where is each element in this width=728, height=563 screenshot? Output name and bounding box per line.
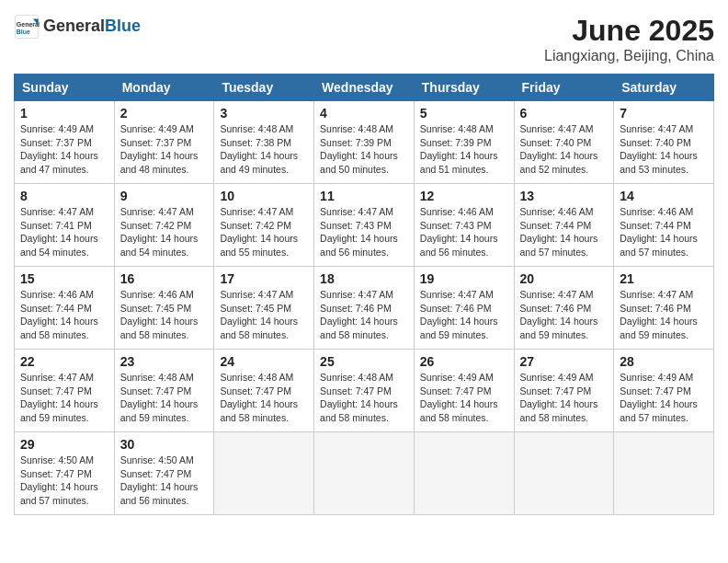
table-row: 26Sunrise: 4:49 AM Sunset: 7:47 PM Dayli… [414,350,514,432]
day-info: Sunrise: 4:47 AM Sunset: 7:45 PM Dayligh… [220,288,308,342]
table-row: 4Sunrise: 4:48 AM Sunset: 7:39 PM Daylig… [314,101,415,184]
day-info: Sunrise: 4:47 AM Sunset: 7:41 PM Dayligh… [20,205,108,259]
table-row: 24Sunrise: 4:48 AM Sunset: 7:47 PM Dayli… [214,350,314,432]
day-info: Sunrise: 4:47 AM Sunset: 7:42 PM Dayligh… [220,205,308,259]
table-row: 22Sunrise: 4:47 AM Sunset: 7:47 PM Dayli… [15,350,115,432]
header-tuesday: Tuesday [214,75,314,101]
table-row: 11Sunrise: 4:47 AM Sunset: 7:43 PM Dayli… [314,184,415,267]
table-row: 29Sunrise: 4:50 AM Sunset: 7:47 PM Dayli… [15,432,115,515]
day-number: 18 [320,271,408,286]
day-info: Sunrise: 4:46 AM Sunset: 7:43 PM Dayligh… [420,205,508,259]
day-info: Sunrise: 4:49 AM Sunset: 7:37 PM Dayligh… [20,122,108,177]
day-info: Sunrise: 4:48 AM Sunset: 7:39 PM Dayligh… [320,122,408,177]
header-monday: Monday [114,75,214,101]
calendar-title-area: June 2025 Liangxiang, Beijing, China [544,14,714,64]
day-info: Sunrise: 4:46 AM Sunset: 7:44 PM Dayligh… [620,205,708,259]
calendar-title: June 2025 [544,14,714,48]
table-row: 25Sunrise: 4:48 AM Sunset: 7:47 PM Dayli… [314,350,415,432]
day-info: Sunrise: 4:47 AM Sunset: 7:46 PM Dayligh… [420,288,508,342]
day-number: 23 [120,354,209,369]
day-info: Sunrise: 4:48 AM Sunset: 7:47 PM Dayligh… [320,371,408,425]
empty-cell [414,432,514,515]
day-number: 24 [220,354,308,369]
logo: General Blue General Blue [14,14,141,40]
day-info: Sunrise: 4:49 AM Sunset: 7:37 PM Dayligh… [120,122,209,177]
table-row: 13Sunrise: 4:46 AM Sunset: 7:44 PM Dayli… [514,184,614,267]
table-row: 14Sunrise: 4:46 AM Sunset: 7:44 PM Dayli… [614,184,714,267]
day-number: 13 [520,189,609,203]
calendar-week-row: 22Sunrise: 4:47 AM Sunset: 7:47 PM Dayli… [15,350,714,432]
day-number: 11 [320,189,408,203]
table-row: 10Sunrise: 4:47 AM Sunset: 7:42 PM Dayli… [214,184,314,267]
table-row: 20Sunrise: 4:47 AM Sunset: 7:46 PM Dayli… [514,267,614,350]
table-row: 12Sunrise: 4:46 AM Sunset: 7:43 PM Dayli… [414,184,514,267]
day-info: Sunrise: 4:50 AM Sunset: 7:47 PM Dayligh… [120,454,209,508]
day-number: 7 [620,106,708,121]
calendar-week-row: 1Sunrise: 4:49 AM Sunset: 7:37 PM Daylig… [15,101,714,184]
day-number: 20 [520,271,609,286]
table-row: 16Sunrise: 4:46 AM Sunset: 7:45 PM Dayli… [114,267,214,350]
table-row: 6Sunrise: 4:47 AM Sunset: 7:40 PM Daylig… [514,101,614,184]
empty-cell [314,432,415,515]
table-row: 9Sunrise: 4:47 AM Sunset: 7:42 PM Daylig… [114,184,214,267]
table-row: 17Sunrise: 4:47 AM Sunset: 7:45 PM Dayli… [214,267,314,350]
day-number: 26 [420,354,508,369]
header-friday: Friday [514,75,614,101]
day-number: 2 [120,106,209,121]
day-number: 6 [520,106,609,121]
day-number: 22 [20,354,108,369]
weekday-header-row: Sunday Monday Tuesday Wednesday Thursday… [15,75,714,101]
table-row: 1Sunrise: 4:49 AM Sunset: 7:37 PM Daylig… [15,101,115,184]
day-info: Sunrise: 4:47 AM Sunset: 7:40 PM Dayligh… [620,122,708,177]
calendar-week-row: 29Sunrise: 4:50 AM Sunset: 7:47 PM Dayli… [15,432,714,515]
calendar-table: Sunday Monday Tuesday Wednesday Thursday… [14,74,714,515]
header-saturday: Saturday [614,75,714,101]
day-number: 19 [420,271,508,286]
calendar-subtitle: Liangxiang, Beijing, China [544,48,714,64]
day-info: Sunrise: 4:48 AM Sunset: 7:47 PM Dayligh… [120,371,209,425]
day-number: 9 [120,189,209,203]
day-info: Sunrise: 4:47 AM Sunset: 7:46 PM Dayligh… [320,288,408,342]
day-number: 4 [320,106,408,121]
day-number: 29 [20,437,108,452]
day-number: 8 [20,189,108,203]
day-info: Sunrise: 4:49 AM Sunset: 7:47 PM Dayligh… [420,371,508,425]
day-number: 15 [20,271,108,286]
generalblue-logo-icon: General Blue [14,14,40,40]
day-number: 12 [420,189,508,203]
logo-blue-text: Blue [105,17,141,36]
table-row: 7Sunrise: 4:47 AM Sunset: 7:40 PM Daylig… [614,101,714,184]
day-info: Sunrise: 4:47 AM Sunset: 7:46 PM Dayligh… [620,288,708,342]
table-row: 15Sunrise: 4:46 AM Sunset: 7:44 PM Dayli… [15,267,115,350]
svg-text:Blue: Blue [17,29,30,35]
day-info: Sunrise: 4:48 AM Sunset: 7:39 PM Dayligh… [420,122,508,177]
day-number: 25 [320,354,408,369]
table-row: 5Sunrise: 4:48 AM Sunset: 7:39 PM Daylig… [414,101,514,184]
table-row: 23Sunrise: 4:48 AM Sunset: 7:47 PM Dayli… [114,350,214,432]
day-info: Sunrise: 4:47 AM Sunset: 7:42 PM Dayligh… [120,205,209,259]
day-info: Sunrise: 4:47 AM Sunset: 7:40 PM Dayligh… [520,122,609,177]
table-row: 30Sunrise: 4:50 AM Sunset: 7:47 PM Dayli… [114,432,214,515]
day-info: Sunrise: 4:48 AM Sunset: 7:47 PM Dayligh… [220,371,308,425]
day-number: 30 [120,437,209,452]
day-number: 27 [520,354,609,369]
header-thursday: Thursday [414,75,514,101]
logo-general-text: General [43,17,105,36]
day-info: Sunrise: 4:49 AM Sunset: 7:47 PM Dayligh… [620,371,708,425]
table-row: 3Sunrise: 4:48 AM Sunset: 7:38 PM Daylig… [214,101,314,184]
day-info: Sunrise: 4:46 AM Sunset: 7:44 PM Dayligh… [520,205,609,259]
header-sunday: Sunday [15,75,115,101]
day-info: Sunrise: 4:47 AM Sunset: 7:46 PM Dayligh… [520,288,609,342]
day-number: 21 [620,271,708,286]
table-row: 2Sunrise: 4:49 AM Sunset: 7:37 PM Daylig… [114,101,214,184]
header-wednesday: Wednesday [314,75,415,101]
day-number: 1 [20,106,108,121]
empty-cell [614,432,714,515]
calendar-week-row: 8Sunrise: 4:47 AM Sunset: 7:41 PM Daylig… [15,184,714,267]
empty-cell [214,432,314,515]
day-number: 14 [620,189,708,203]
day-number: 17 [220,271,308,286]
empty-cell [514,432,614,515]
day-info: Sunrise: 4:46 AM Sunset: 7:44 PM Dayligh… [20,288,108,342]
day-info: Sunrise: 4:47 AM Sunset: 7:43 PM Dayligh… [320,205,408,259]
